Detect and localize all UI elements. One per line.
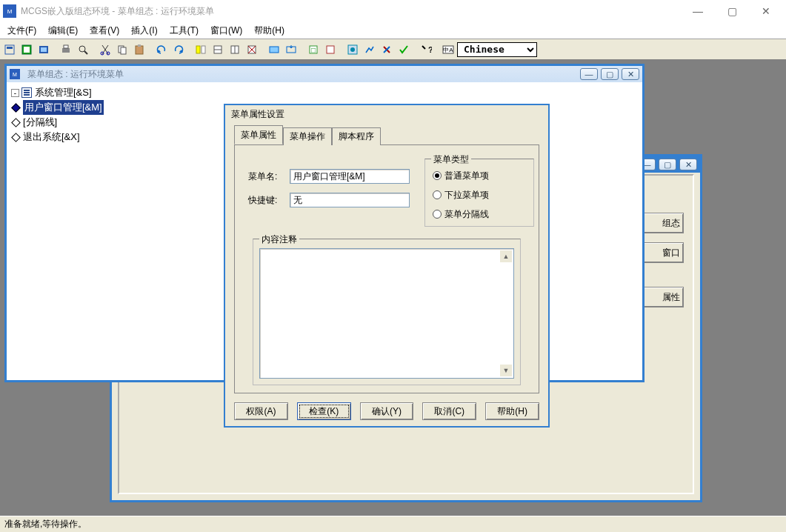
tree-root[interactable]: -系统管理[&S] [11, 85, 104, 100]
tb-h2[interactable] [283, 41, 299, 58]
scroll-up-icon[interactable]: ▲ [500, 250, 512, 262]
menu-window[interactable]: 窗口(W) [206, 23, 247, 39]
tb-g4[interactable] [244, 41, 260, 58]
radio-dropdown[interactable]: 下拉菜单项 [425, 187, 533, 202]
tb-i1[interactable]: □ [305, 41, 322, 58]
radio-icon [433, 210, 442, 219]
tb-h1[interactable] [266, 41, 282, 58]
menu-insert[interactable]: 插入(I) [127, 23, 161, 39]
tb-undo[interactable] [153, 41, 170, 58]
tab-script[interactable]: 脚本程序 [332, 127, 381, 145]
svg-point-10 [101, 52, 104, 55]
tb-cut[interactable] [97, 41, 113, 58]
radio-separator[interactable]: 菜单分隔线 [425, 207, 533, 222]
help-button[interactable]: 帮助(H) [485, 402, 539, 420]
bgwin-max[interactable]: ▢ [659, 159, 676, 170]
tb-copy[interactable] [114, 41, 130, 58]
menu-view[interactable]: 查看(V) [85, 23, 124, 39]
menu-property-dialog: 菜单属性设置 菜单属性 菜单操作 脚本程序 菜单名: 快捷键: 菜单类型 普通菜… [224, 104, 550, 428]
mdi-title: 菜单组态 : 运行环境菜单 [27, 68, 124, 81]
comment-textarea[interactable]: ▲ ▼ [259, 248, 514, 379]
doc-icon [21, 87, 32, 98]
side-btn-3[interactable]: 属性 [642, 287, 684, 307]
tree-node-2[interactable]: [分隔线] [11, 115, 104, 130]
minimize-button[interactable]: — [681, 0, 715, 22]
tab-menu-property[interactable]: 菜单属性 [234, 125, 283, 144]
tb-j1[interactable] [344, 41, 361, 58]
tb-lang-icon[interactable]: 中A [440, 41, 456, 58]
app-icon: M [3, 4, 16, 18]
mdi-max[interactable]: ▢ [601, 68, 619, 80]
tree-node-1[interactable]: 用户窗口管理[&M] [11, 100, 104, 115]
mdi-icon: M [10, 69, 20, 79]
tb-g3[interactable] [227, 41, 243, 58]
check-button[interactable]: 检查(K) [297, 402, 351, 420]
tree-node-3[interactable]: 退出系统[&X] [11, 130, 104, 144]
svg-rect-16 [196, 46, 200, 53]
tab-menu-action[interactable]: 菜单操作 [283, 127, 332, 145]
svg-text:?: ? [428, 45, 432, 54]
menu-name-input[interactable] [290, 169, 410, 184]
svg-rect-5 [41, 47, 47, 52]
svg-rect-1 [7, 47, 13, 49]
scroll-down-icon[interactable]: ▼ [500, 365, 512, 376]
comment-group: 内容注释 ▲ ▼ [253, 239, 521, 385]
tb-g2[interactable] [210, 41, 226, 58]
svg-rect-6 [62, 48, 70, 53]
menu-tree[interactable]: -系统管理[&S] 用户窗口管理[&M] [分隔线] 退出系统[&X] [11, 85, 104, 144]
svg-text:中A: 中A [443, 47, 453, 53]
language-select[interactable]: Chinese [457, 42, 537, 57]
bgwin-close[interactable]: ✕ [679, 159, 697, 170]
diamond-icon [11, 133, 21, 142]
collapse-icon[interactable]: - [11, 89, 19, 97]
close-button[interactable]: ✕ [749, 0, 783, 22]
tb-j4[interactable] [396, 41, 412, 58]
radio-icon [433, 171, 442, 180]
perm-button[interactable]: 权限(A) [234, 402, 288, 420]
tb-g1[interactable] [193, 41, 209, 58]
svg-rect-3 [24, 47, 30, 53]
dialog-title: 菜单属性设置 [225, 105, 548, 124]
tb-2[interactable] [19, 41, 35, 58]
mdi-min[interactable]: — [580, 68, 598, 80]
svg-point-8 [79, 46, 85, 52]
side-btn-1[interactable]: 组态 [642, 213, 684, 233]
menu-type-legend: 菜单类型 [431, 153, 471, 166]
diamond-icon [11, 103, 21, 113]
hotkey-label: 快捷键: [248, 194, 290, 207]
cancel-button[interactable]: 取消(C) [422, 402, 476, 420]
svg-text:□: □ [311, 46, 316, 54]
titlebar: M MCGS嵌入版组态环境 - 菜单组态 : 运行环境菜单 — ▢ ✕ [0, 0, 786, 22]
statusbar: 准备就绪,等待操作。 [0, 516, 786, 532]
tb-1[interactable] [1, 41, 18, 58]
tb-preview[interactable] [75, 41, 91, 58]
svg-rect-27 [327, 46, 334, 53]
menu-tools[interactable]: 工具(T) [165, 23, 203, 39]
side-btn-2[interactable]: 窗口 [642, 242, 684, 263]
tb-redo[interactable] [170, 41, 187, 58]
comment-legend: 内容注释 [259, 233, 299, 246]
mdi-close[interactable]: ✕ [622, 68, 639, 80]
radio-normal[interactable]: 普通菜单项 [425, 168, 533, 183]
menu-edit[interactable]: 编辑(E) [44, 23, 82, 39]
menu-help[interactable]: 帮助(H) [250, 23, 289, 39]
svg-rect-23 [270, 47, 279, 53]
svg-rect-15 [138, 44, 141, 47]
svg-point-29 [350, 47, 355, 52]
hotkey-input[interactable] [290, 193, 410, 207]
maximize-button[interactable]: ▢ [715, 0, 749, 22]
tb-j2[interactable] [362, 41, 378, 58]
svg-rect-0 [5, 45, 14, 54]
ok-button[interactable]: 确认(Y) [360, 402, 414, 420]
status-text: 准备就绪,等待操作。 [4, 518, 87, 531]
tb-j3[interactable] [379, 41, 395, 58]
tb-3[interactable] [36, 41, 52, 58]
tb-help-icon[interactable]: ? [418, 41, 434, 58]
tabstrip: 菜单属性 菜单操作 脚本程序 [234, 129, 539, 145]
menu-type-group: 菜单类型 普通菜单项 下拉菜单项 菜单分隔线 [424, 159, 534, 227]
tb-print[interactable] [58, 41, 74, 58]
tb-i2[interactable] [322, 41, 339, 58]
menu-file[interactable]: 文件(F) [3, 23, 41, 39]
tb-paste[interactable] [131, 41, 147, 58]
svg-point-11 [107, 52, 110, 55]
